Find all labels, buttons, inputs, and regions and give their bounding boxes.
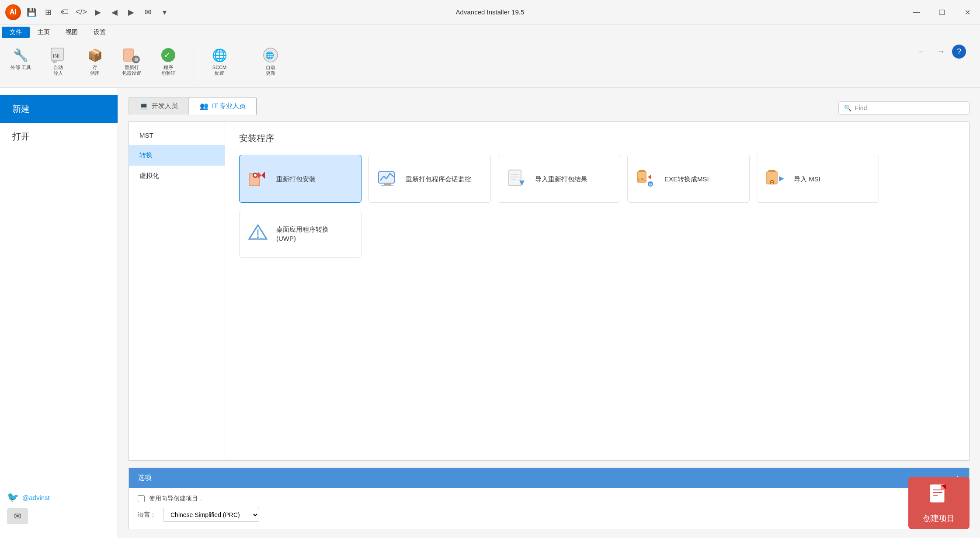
left-nav-virtualize[interactable]: 虚拟化 xyxy=(129,166,225,186)
ribbon-repackage-settings[interactable]: ⚙ 重新打包器设置 xyxy=(118,44,145,78)
minimize-button[interactable]: — xyxy=(904,0,929,24)
menu-view[interactable]: 视图 xyxy=(58,27,86,38)
svg-text:⚙: ⚙ xyxy=(134,57,139,62)
search-box[interactable]: 🔍 xyxy=(838,101,970,115)
code-btn[interactable]: </> xyxy=(74,5,88,19)
email-btn[interactable]: ✉ xyxy=(141,5,155,19)
installer-title: 安装程序 xyxy=(239,132,955,144)
wizard-checkbox[interactable] xyxy=(138,495,145,502)
wizard-label: 使用向导创建项目． xyxy=(149,495,204,503)
store-label: 存储库 xyxy=(90,65,100,76)
options-body: 使用向导创建项目． 语言： Chinese Simplified (PRC) E… xyxy=(129,488,969,529)
auto-import-label: 自动导入 xyxy=(53,65,63,76)
repackage-monitor-icon xyxy=(376,167,399,190)
twitter-link[interactable]: 🐦 @advinst xyxy=(7,492,111,503)
exe-to-msi-label: EXE转换成MSI xyxy=(664,174,709,184)
svg-text:INI: INI xyxy=(53,53,59,59)
main-layout: 新建 打开 🐦 @advinst ✉ 💻 开发人员 👥 xyxy=(0,88,980,538)
app-icon: AI xyxy=(5,4,21,20)
ribbon-sep-1 xyxy=(194,46,194,81)
card-uwp-convert[interactable]: 桌面应用程序转换 (UWP) xyxy=(239,210,361,258)
it-pro-icon: 👥 xyxy=(200,102,209,110)
window-controls: — ☐ ✕ xyxy=(904,0,980,24)
create-project-button[interactable]: 创建项目 xyxy=(908,477,970,529)
help-btn[interactable]: ? xyxy=(952,45,966,59)
repackage-settings-label: 重新打包器设置 xyxy=(122,65,141,76)
menu-home[interactable]: 主页 xyxy=(30,27,58,38)
app-icon-text: AI xyxy=(10,8,17,16)
left-nav-convert[interactable]: 转换 xyxy=(129,145,225,166)
create-project-icon xyxy=(928,483,949,510)
tab-developer[interactable]: 💻 开发人员 xyxy=(129,97,189,115)
tab-it-pro[interactable]: 👥 IT 专业人员 xyxy=(189,97,257,115)
ribbon-external-tools[interactable]: 🔧 外部 工具 xyxy=(7,44,35,72)
pkg-verify-icon: ✓ xyxy=(159,45,178,65)
sidebar-bottom: 🐦 @advinst ✉ xyxy=(0,485,118,531)
pkg-verify-label: 程序包验证 xyxy=(161,65,176,76)
svg-text:⚙: ⚙ xyxy=(770,180,774,185)
back-btn[interactable]: ◀ xyxy=(108,5,122,19)
svg-text:</>: </> xyxy=(52,60,57,64)
build-btn[interactable]: ▶ xyxy=(91,5,105,19)
import-repackage-icon xyxy=(505,167,528,190)
svg-text:✓: ✓ xyxy=(164,51,170,59)
tag-btn[interactable]: 🏷 xyxy=(58,5,72,19)
close-button[interactable]: ✕ xyxy=(955,0,980,24)
ribbon-sccm[interactable]: 🌐 SCCM配置 xyxy=(206,44,233,78)
store-icon: 📦 xyxy=(85,45,104,65)
auto-import-icon: INI </> xyxy=(49,45,68,65)
forward-btn[interactable]: ▶ xyxy=(124,5,138,19)
titlebar: AI 💾 ⊞ 🏷 </> ▶ ◀ ▶ ✉ ▾ Advanced Installe… xyxy=(0,0,980,24)
menu-settings[interactable]: 设置 xyxy=(86,27,114,38)
ribbon-pkg-verify[interactable]: ✓ 程序包验证 xyxy=(155,44,181,78)
tab-developer-label: 开发人员 xyxy=(152,102,178,110)
exe-to-msi-icon: EXE ⚙ xyxy=(635,167,657,190)
external-tools-label: 外部 工具 xyxy=(10,65,31,70)
cards-content: 安装程序 xyxy=(225,122,969,460)
content-relative: 💻 开发人员 👥 IT 专业人员 🔍 MST xyxy=(129,97,970,529)
left-nav-mst[interactable]: MST xyxy=(129,125,225,145)
ribbon-auto-update[interactable]: 🌐 自动更新 xyxy=(257,44,284,78)
restore-button[interactable]: ☐ xyxy=(929,0,955,24)
cards-wrapper: MST 转换 虚拟化 安装程序 xyxy=(129,121,970,461)
save-btn[interactable]: 💾 xyxy=(24,5,38,19)
email-button[interactable]: ✉ xyxy=(7,508,28,524)
external-tools-icon: 🔧 xyxy=(11,45,31,65)
nav-forward-btn[interactable]: → xyxy=(933,44,949,59)
toolbar-quick-access: 💾 ⊞ 🏷 </> ▶ ◀ ▶ ✉ ▾ xyxy=(24,5,171,19)
language-select[interactable]: Chinese Simplified (PRC) English (US) Ge… xyxy=(163,508,259,522)
ribbon-store[interactable]: 📦 存储库 xyxy=(82,44,108,78)
dropdown-btn[interactable]: ▾ xyxy=(157,5,171,19)
grid-btn[interactable]: ⊞ xyxy=(41,5,55,19)
language-label: 语言： xyxy=(138,511,156,519)
svg-marker-33 xyxy=(779,176,784,181)
sidebar-item-open[interactable]: 打开 xyxy=(0,123,118,150)
content-area: 💻 开发人员 👥 IT 专业人员 🔍 MST xyxy=(118,88,980,538)
developer-icon: 💻 xyxy=(139,102,148,110)
svg-rect-18 xyxy=(509,170,521,186)
sidebar-item-new[interactable]: 新建 xyxy=(0,95,118,123)
svg-text:🌐: 🌐 xyxy=(265,51,274,59)
svg-marker-26 xyxy=(648,174,651,180)
language-row: 语言： Chinese Simplified (PRC) English (US… xyxy=(138,508,960,522)
menu-file[interactable]: 文件 xyxy=(2,27,30,38)
svg-rect-17 xyxy=(381,185,393,186)
card-exe-to-msi[interactable]: EXE ⚙ EXE转换成MSI xyxy=(627,155,750,203)
uwp-convert-label: 桌面应用程序转换 (UWP) xyxy=(276,225,329,243)
sidebar: 新建 打开 🐦 @advinst ✉ xyxy=(0,88,118,538)
ribbon: 🔧 外部 工具 INI </> 自动导入 📦 存储库 ⚙ 重新打包器设置 xyxy=(0,40,980,88)
search-input[interactable] xyxy=(855,104,964,111)
sccm-label: SCCM配置 xyxy=(212,65,226,76)
svg-point-36 xyxy=(257,236,259,238)
card-import-msi[interactable]: ⚙ 导入 MSI xyxy=(757,155,879,203)
ribbon-auto-import[interactable]: INI </> 自动导入 xyxy=(45,44,71,78)
wizard-checkbox-row: 使用向导创建项目． xyxy=(138,495,960,503)
create-btn-container: 创建项目 xyxy=(908,477,970,529)
options-header[interactable]: 选项 ∧ xyxy=(129,468,969,488)
card-repackage-monitor[interactable]: 重新打包程序会话监控 xyxy=(368,155,491,203)
card-repackage-install[interactable]: 重新打包安装 xyxy=(239,155,361,203)
repackage-settings-icon: ⚙ xyxy=(122,45,141,65)
card-import-repackage[interactable]: 导入重新打包结果 xyxy=(498,155,620,203)
svg-marker-14 xyxy=(261,172,265,179)
svg-point-12 xyxy=(254,174,257,177)
